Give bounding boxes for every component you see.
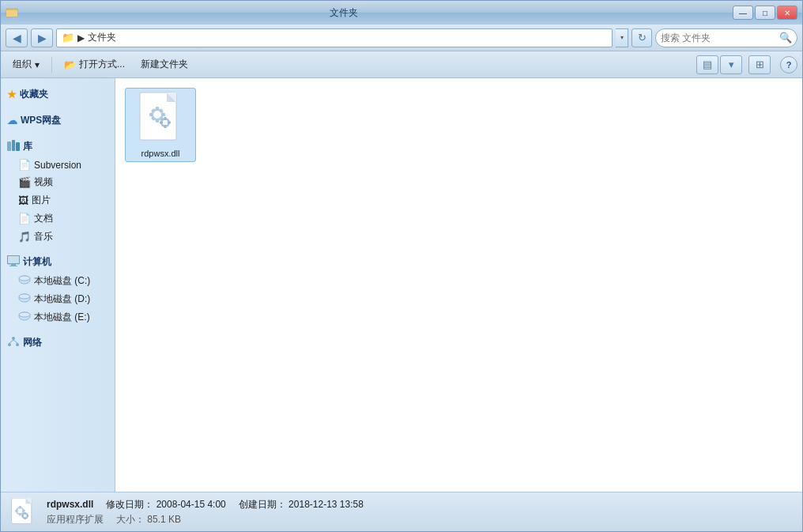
- maximize-button[interactable]: □: [755, 6, 775, 20]
- size-label: 大小：: [116, 514, 145, 525]
- status-filename: rdpwsx.dll: [47, 499, 93, 510]
- created-label: 创建日期：: [239, 499, 286, 510]
- music-icon: 🎵: [18, 231, 31, 243]
- modified-label: 修改日期：: [106, 499, 153, 510]
- file-area: rdpwsx.dll: [115, 78, 802, 492]
- search-icon[interactable]: 🔍: [779, 32, 792, 43]
- sidebar-section-network[interactable]: 网络: [1, 333, 115, 353]
- star-icon: ★: [7, 89, 17, 100]
- sidebar-item-drive-e[interactable]: 本地磁盘 (E:): [1, 308, 115, 326]
- svg-rect-25: [156, 107, 159, 111]
- svg-rect-51: [25, 517, 26, 519]
- drive-c-label: 本地磁盘 (C:): [34, 274, 90, 288]
- svg-rect-52: [21, 515, 24, 516]
- toolbar-right: ▤ ▾ ⊞ ?: [696, 55, 797, 74]
- sidebar-item-subversion[interactable]: 📄 Subversion: [1, 157, 115, 173]
- svg-rect-35: [164, 117, 167, 120]
- status-row2: 应用程序扩展 大小： 85.1 KB: [47, 513, 364, 526]
- drive-d-icon: [18, 292, 31, 306]
- toolbar: 组织 ▾ 📂 打开方式... 新建文件夹 ▤ ▾ ⊞ ?: [1, 51, 802, 78]
- subversion-icon: 📄: [18, 159, 31, 171]
- svg-rect-7: [11, 264, 16, 266]
- sidebar-item-music[interactable]: 🎵 音乐: [1, 228, 115, 246]
- sidebar-item-documents[interactable]: 📄 文档: [1, 209, 115, 228]
- svg-point-49: [23, 514, 27, 518]
- help-button[interactable]: ?: [780, 56, 797, 74]
- library-icon: [7, 140, 20, 153]
- refresh-button[interactable]: ↻: [631, 28, 652, 47]
- new-folder-button[interactable]: 新建文件夹: [134, 55, 195, 75]
- minimize-button[interactable]: —: [733, 6, 753, 20]
- dll-file-icon: [135, 91, 186, 148]
- window-icon: [6, 6, 18, 19]
- breadcrumb-path: 文件夹: [88, 31, 116, 44]
- modified-date: 2008-04-15 4:00: [156, 499, 226, 510]
- svg-rect-1: [6, 10, 17, 17]
- status-modified-label: 修改日期： 2008-04-15 4:00: [106, 498, 225, 511]
- drive-c-icon: [18, 274, 31, 288]
- title-bar: 文件夹 — □ ✕: [1, 1, 802, 25]
- wps-label: WPS网盘: [21, 114, 61, 127]
- split-view-button[interactable]: ⊞: [748, 55, 771, 74]
- view-toggle-button[interactable]: ▤: [696, 55, 718, 74]
- pictures-label: 图片: [32, 194, 51, 207]
- window-controls: — □ ✕: [733, 6, 797, 20]
- forward-button[interactable]: ▶: [31, 28, 53, 47]
- svg-rect-38: [168, 122, 171, 124]
- close-button[interactable]: ✕: [777, 6, 797, 20]
- status-bar: rdpwsx.dll 修改日期： 2008-04-15 4:00 创建日期： 2…: [1, 492, 802, 531]
- svg-rect-28: [161, 113, 165, 116]
- sidebar-section-computer[interactable]: 计算机: [1, 252, 115, 272]
- documents-label: 文档: [34, 212, 53, 225]
- sidebar: ★ 收藏夹 ☁ WPS网盘 库: [1, 78, 115, 492]
- organize-arrow-icon: ▾: [35, 59, 40, 70]
- svg-rect-53: [27, 515, 29, 516]
- created-date: 2018-12-13 13:58: [288, 499, 364, 510]
- svg-point-24: [153, 111, 161, 119]
- svg-point-43: [17, 508, 22, 513]
- title-bar-left: [6, 6, 18, 19]
- back-button[interactable]: ◀: [6, 28, 28, 47]
- folder-icon: 📁: [62, 32, 74, 43]
- file-type: 应用程序扩展: [47, 513, 104, 526]
- sidebar-divider-2: [1, 130, 115, 137]
- organize-button[interactable]: 组织 ▾: [6, 55, 47, 75]
- svg-point-14: [19, 312, 30, 317]
- status-row1: rdpwsx.dll 修改日期： 2008-04-15 4:00 创建日期： 2…: [47, 498, 364, 511]
- computer-label: 计算机: [23, 255, 51, 269]
- network-label: 网络: [23, 336, 42, 349]
- sidebar-item-drive-c[interactable]: 本地磁盘 (C:): [1, 272, 115, 290]
- svg-line-18: [9, 340, 13, 343]
- sidebar-item-video[interactable]: 🎬 视频: [1, 173, 115, 191]
- svg-rect-45: [19, 512, 21, 515]
- drive-e-icon: [18, 311, 31, 324]
- sidebar-item-drive-d[interactable]: 本地磁盘 (D:): [1, 290, 115, 308]
- view-arrow-button[interactable]: ▾: [720, 55, 742, 74]
- search-input[interactable]: [661, 32, 779, 43]
- sidebar-section-favorites[interactable]: ★ 收藏夹: [1, 85, 115, 104]
- window-title: 文件夹: [18, 6, 669, 20]
- open-with-icon: 📂: [64, 59, 76, 70]
- sidebar-section-library[interactable]: 库: [1, 137, 115, 157]
- toolbar-separator-1: [51, 57, 52, 73]
- open-with-label: 打开方式...: [79, 58, 125, 71]
- file-name: rdpwsx.dll: [141, 149, 180, 158]
- svg-point-12: [19, 294, 30, 299]
- sidebar-section-wps[interactable]: ☁ WPS网盘: [1, 111, 115, 130]
- sidebar-divider-4: [1, 326, 115, 333]
- file-item-rdpwsx[interactable]: rdpwsx.dll: [125, 88, 196, 162]
- network-icon: [7, 336, 20, 349]
- sidebar-divider-1: [1, 104, 115, 111]
- svg-rect-2: [7, 141, 11, 151]
- svg-rect-37: [160, 122, 163, 124]
- computer-icon: [7, 255, 20, 269]
- new-folder-label: 新建文件夹: [141, 58, 188, 71]
- status-info: rdpwsx.dll 修改日期： 2008-04-15 4:00 创建日期： 2…: [47, 498, 364, 526]
- main-content: ★ 收藏夹 ☁ WPS网盘 库: [1, 78, 802, 492]
- organize-label: 组织: [13, 58, 32, 71]
- sidebar-item-pictures[interactable]: 🖼 图片: [1, 191, 115, 209]
- address-dropdown[interactable]: ▾: [616, 28, 628, 47]
- open-with-button[interactable]: 📂 打开方式...: [57, 55, 132, 75]
- svg-rect-6: [8, 256, 19, 263]
- svg-rect-47: [22, 509, 25, 511]
